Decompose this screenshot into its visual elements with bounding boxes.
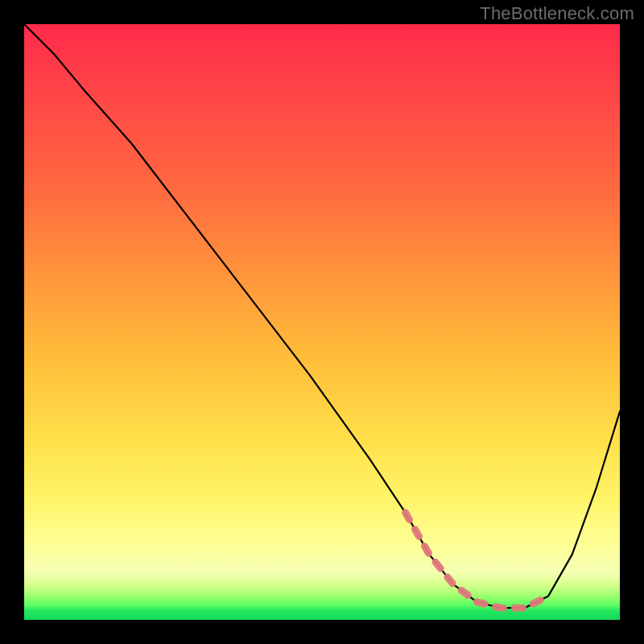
watermark-text: TheBottleneck.com xyxy=(480,3,634,24)
bottleneck-curve xyxy=(24,24,620,608)
plot-area xyxy=(24,24,620,620)
chart-root: TheBottleneck.com xyxy=(0,0,644,644)
chart-svg xyxy=(24,24,620,620)
optimal-range-highlight xyxy=(406,513,549,608)
